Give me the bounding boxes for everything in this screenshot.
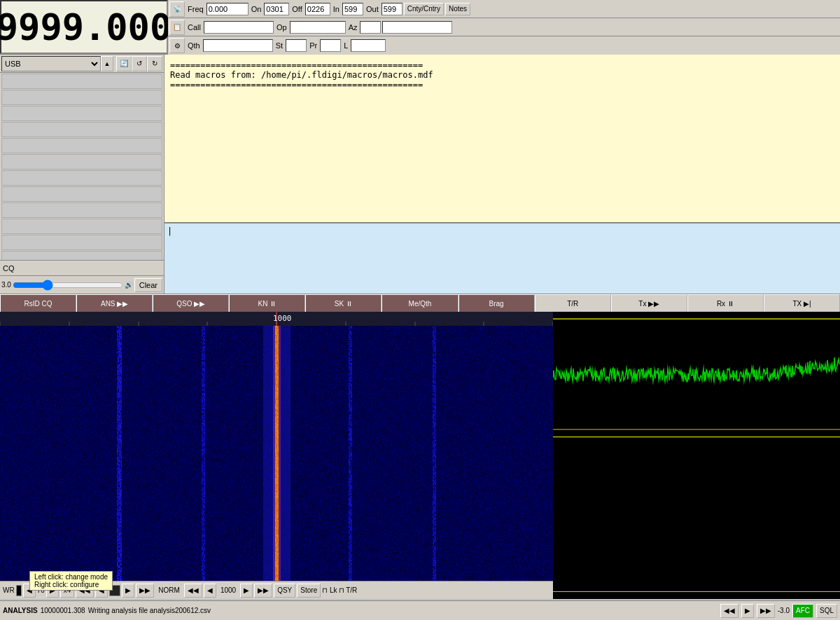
sql-btn[interactable]: SQL	[816, 604, 837, 618]
list-item[interactable]	[1, 235, 162, 250]
mode-selector: USB LSB CW ▲ 🔄 ↺ ↻	[0, 55, 164, 73]
play-btn[interactable]: ▶	[741, 604, 754, 618]
list-item[interactable]	[1, 154, 162, 170]
ff-btn[interactable]: ▶▶	[757, 604, 775, 618]
l-input[interactable]	[351, 39, 386, 52]
analysis-label: ANALYSIS	[3, 607, 38, 614]
macro-sk[interactable]: SK ⏸	[305, 294, 382, 312]
antenna-icon[interactable]: 📡	[169, 1, 185, 17]
macro-rsid-cq[interactable]: RsID CQ	[0, 294, 76, 312]
row3: ⚙ Qth St Pr L	[168, 36, 840, 55]
playback-rewind-btn[interactable]: ◀◀	[720, 604, 738, 618]
wf-pos-left-btn[interactable]: ◀◀	[184, 584, 202, 598]
list-item[interactable]	[1, 170, 162, 186]
right-controls: 📡 Freq On Off In Out Cnty/Cntry Notes 📋 …	[168, 0, 840, 54]
macro-row: RsID CQ ANS ▶▶ QSO ▶▶ KN ⏸ SK ⏸ Me/Qth B…	[0, 294, 840, 312]
store-btn[interactable]: Store	[297, 584, 321, 598]
off-input[interactable]	[305, 3, 330, 15]
az-input[interactable]	[360, 21, 381, 34]
list-item[interactable]	[1, 138, 162, 153]
refresh-icon[interactable]: 🔄	[116, 56, 132, 71]
macro-ans[interactable]: ANS ▶▶	[76, 294, 153, 312]
wf-fwd-btn[interactable]: ▶	[122, 584, 134, 598]
waterfall-panel: 1000 WR ◀ 70 ▶ x4 ◀◀ ◀ ▶ ▶▶ NORM ◀◀ ◀ 10…	[0, 312, 553, 599]
freq-input[interactable]	[206, 3, 248, 15]
volume-slider[interactable]	[13, 280, 123, 290]
cnty-cntry-button[interactable]: Cnty/Cntry	[404, 3, 444, 15]
macro-brag[interactable]: Brag	[458, 294, 535, 312]
op-input[interactable]	[290, 21, 346, 34]
tx-cursor: |	[167, 226, 172, 236]
list-item[interactable]	[1, 251, 162, 260]
wf-pos-ffwd-btn[interactable]: ▶▶	[254, 584, 272, 598]
waterfall-canvas[interactable]	[0, 326, 553, 581]
tooltip-line2: Right click: configure	[34, 581, 108, 588]
wf-bar-indicator	[16, 585, 22, 596]
refresh2-icon[interactable]: ↺	[132, 56, 147, 71]
call-input[interactable]	[204, 21, 274, 34]
qsy-btn[interactable]: QSY	[274, 584, 295, 598]
tooltip: Left click: change mode Right click: con…	[29, 571, 113, 591]
lk-label: ⊓ Lk	[322, 586, 337, 594]
tooltip-line1: Left click: change mode	[34, 573, 108, 581]
on-label: On	[250, 5, 263, 13]
log-icon[interactable]: 📋	[169, 20, 185, 35]
afc-btn[interactable]: AFC	[792, 604, 813, 618]
wf-norm: NORM	[155, 586, 183, 594]
macro-kn[interactable]: KN ⏸	[229, 294, 305, 312]
writing-text: Writing analysis file analysis200612.csv	[88, 607, 718, 614]
config-icon[interactable]: ⚙	[169, 38, 185, 53]
list-item[interactable]	[1, 219, 162, 234]
list-item[interactable]	[1, 186, 162, 202]
qth-input[interactable]	[203, 39, 273, 52]
tx-panel[interactable]: |	[164, 223, 840, 294]
macro-tx[interactable]: Tx ▶▶	[611, 294, 687, 312]
wr-label: WR	[3, 586, 15, 594]
wf-pos-fwd-btn[interactable]: ▶	[240, 584, 253, 598]
on-input[interactable]	[264, 3, 289, 15]
in-input[interactable]	[342, 3, 363, 15]
bottom-bar: ANALYSIS 10000001.308 Writing analysis f…	[0, 600, 840, 620]
bottom-area: 1000 WR ◀ 70 ▶ x4 ◀◀ ◀ ▶ ▶▶ NORM ◀◀ ◀ 10…	[0, 312, 840, 599]
sidebar: USB LSB CW ▲ 🔄 ↺ ↻	[0, 55, 164, 294]
signal-line-top	[553, 319, 840, 319]
macro-tx2[interactable]: TX ▶|	[764, 294, 840, 312]
sidebar-list	[0, 73, 164, 260]
list-item[interactable]	[1, 74, 162, 89]
az-value-input[interactable]	[382, 21, 452, 34]
clear-button[interactable]: Clear	[134, 278, 162, 292]
out-input[interactable]	[382, 3, 402, 15]
macro-qso[interactable]: QSO ▶▶	[153, 294, 229, 312]
pr-input[interactable]	[320, 39, 341, 52]
refresh3-icon[interactable]: ↻	[147, 56, 162, 71]
mode-up-arrow[interactable]: ▲	[101, 56, 113, 71]
op-label: Op	[275, 23, 288, 32]
mode-select[interactable]: USB LSB CW	[1, 56, 101, 71]
in-label: In	[332, 5, 341, 13]
main-area: USB LSB CW ▲ 🔄 ↺ ↻	[0, 55, 840, 599]
list-item[interactable]	[1, 202, 162, 218]
rx-text: ========================================…	[170, 60, 834, 90]
list-item[interactable]	[1, 106, 162, 121]
st-input[interactable]	[286, 39, 307, 52]
rx-panel[interactable]: ========================================…	[164, 55, 840, 223]
freq-label: Freq	[186, 5, 205, 13]
afc-label: AFC	[796, 607, 810, 614]
slider-value: 3.0	[1, 281, 11, 289]
off-label: Off	[290, 5, 303, 13]
wf-ffwd-btn[interactable]: ▶▶	[136, 584, 154, 598]
list-item[interactable]	[1, 122, 162, 137]
macro-meqth[interactable]: Me/Qth	[382, 294, 458, 312]
signal-panel	[553, 312, 840, 438]
list-item[interactable]	[1, 90, 162, 105]
notes-button[interactable]: Notes	[445, 3, 470, 15]
signal-canvas	[553, 312, 840, 437]
macro-rx[interactable]: Rx ⏸	[687, 294, 764, 312]
wf-scale: 1000	[0, 312, 553, 326]
az-label: Az	[347, 23, 359, 32]
cq-label: CQ	[0, 260, 164, 275]
macro-tr[interactable]: T/R	[535, 294, 611, 312]
l-label: L	[342, 41, 349, 50]
wf-pos-back-btn[interactable]: ◀	[204, 584, 216, 598]
st-label: St	[274, 41, 284, 50]
